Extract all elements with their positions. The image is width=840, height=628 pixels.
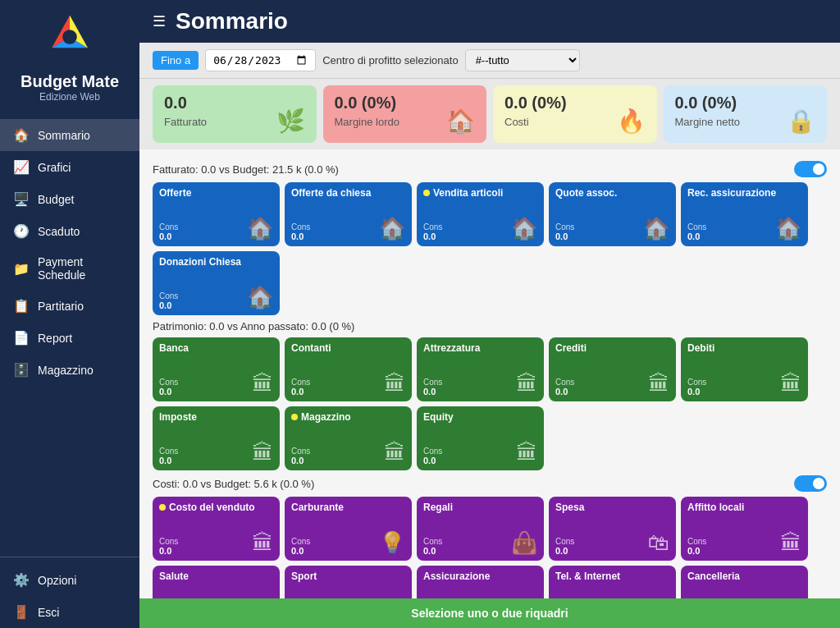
tile-banca[interactable]: Banca Cons 0.0 🏛 [153,337,280,401]
profit-center-select[interactable]: #--tutto [465,49,580,71]
tile-salute[interactable]: Salute Cons 0.0 🏛 [153,566,280,598]
bank-purple-2: 🏛 [780,530,801,556]
tile-debiti-bottom: Cons 0.0 🏛 [687,378,801,397]
sidebar-item-sommario[interactable]: 🏠 Sommario [0,119,139,151]
house-tile-icon-4: 🏠 [643,216,669,241]
tile-imposte[interactable]: Imposte Cons 0.0 🏛 [153,406,280,470]
costi-section-header: Costi: 0.0 vs Budget: 5.6 k (0.0 %) [153,475,827,492]
sidebar-item-opzioni[interactable]: ⚙️ Opzioni [0,564,139,596]
fatturato-toggle[interactable] [794,161,827,177]
bank-icon-4: 🏛 [648,371,669,397]
bag-icon-1: 👜 [511,530,537,556]
tile-regali[interactable]: Regali Cons 0.0 👜 [417,497,544,561]
tile-banca-title: Banca [159,342,273,354]
cons-label-6: Cons [159,291,178,300]
tile-magazzino[interactable]: Magazzino Cons 0.0 🏛 [285,406,412,470]
sidebar-label-sommario: Sommario [38,129,90,142]
tile-tel-internet[interactable]: Tel. & Internet Cons 0.0 📞 [549,566,676,598]
tile-offerte[interactable]: Offerte Cons 0.0 🏠 [153,182,280,246]
tile-cancelleria[interactable]: Cancelleria Cons 0.0 🏛 [681,566,808,598]
menu-icon[interactable]: ☰ [153,12,166,30]
page-title: Sommario [176,8,288,34]
summary-card-costi[interactable]: 0.0 (0%) Costi 🔥 [493,85,657,143]
tile-vendita-title: Vendita articoli [423,187,537,199]
tile-carburante-bottom: Cons 0.0 💡 [291,537,405,556]
sidebar-label-partitario: Partitario [38,300,84,313]
sidebar-item-grafici[interactable]: 📈 Grafici [0,151,139,183]
fatturato-tiles: Offerte Cons 0.0 🏠 Offerte da chiesa Con… [153,182,827,315]
sidebar-label-esci: Esci [38,606,59,619]
tile-equity[interactable]: Equity Cons 0.0 🏛 [417,406,544,470]
toolbar: Fino a Centro di profitto selezionato #-… [139,43,840,79]
yellow-dot-cv [159,504,166,511]
fatturato-section-header: Fatturato: 0.0 vs Budget: 21.5 k (0.0 %) [153,161,827,177]
folder-icon: 📁 [13,261,30,277]
tile-attrezzatura-bottom: Cons 0.0 🏛 [423,378,537,397]
tile-donazioni-title: Donazioni Chiesa [159,256,273,268]
tile-costo-venduto-bottom: Cons 0.0 🏛 [159,537,273,556]
tile-contanti-title: Contanti [291,342,405,354]
tile-offerte-chiesa[interactable]: Offerte da chiesa Cons 0.0 🏠 [285,182,412,246]
sidebar-item-report[interactable]: 📄 Report [0,322,139,354]
tile-offerte-chiesa-bottom: Cons 0.0 🏠 [291,222,405,241]
summary-card-fatturato[interactable]: 0.0 Fatturato 🌿 [153,85,317,143]
sidebar-bottom: ⚙️ Opzioni 🚪 Esci [0,557,139,628]
centro-label: Centro di profitto selezionato [322,54,458,66]
tile-contanti[interactable]: Contanti Cons 0.0 🏛 [285,337,412,401]
tile-spesa-title: Spesa [555,502,669,513]
costi-toggle[interactable] [794,475,827,492]
fino-a-label: Fino a [153,51,199,70]
bag-icon-2: 🛍 [648,530,669,556]
tile-assicurazione-title: Assicurazione [423,571,537,582]
bottom-bar-label: Selezione uno o due riquadri [411,607,568,620]
content-area: Fatturato: 0.0 vs Budget: 21.5 k (0.0 %)… [139,149,840,598]
summary-card-margine-netto[interactable]: 0.0 (0%) Margine netto 🔒 [664,85,828,143]
tile-rec-assicurazione-title: Rec. assicurazione [687,187,801,199]
tile-donazioni[interactable]: Donazioni Chiesa Cons 0.0 🏠 [153,251,280,315]
tile-costo-venduto[interactable]: Costo del venduto Cons 0.0 🏛 [153,497,280,561]
costi-tiles: Costo del venduto Cons 0.0 🏛 Carburante … [153,497,827,598]
bank-icon-3: 🏛 [516,371,537,397]
tile-spesa[interactable]: Spesa Cons 0.0 🛍 [549,497,676,561]
tile-vendita-value: 0.0 [423,231,442,241]
tile-spesa-bottom: Cons 0.0 🛍 [555,537,669,556]
tile-carburante[interactable]: Carburante Cons 0.0 💡 [285,497,412,561]
tile-vendita-bottom: Cons 0.0 🏠 [423,222,537,241]
tile-rec-assicurazione[interactable]: Rec. assicurazione Cons 0.0 🏠 [681,182,808,246]
sidebar-label-budget: Budget [38,193,74,206]
date-input[interactable] [205,49,316,71]
bank-icon-5: 🏛 [780,371,801,397]
chart-icon: 📈 [13,159,30,175]
tile-attrezzatura[interactable]: Attrezzatura Cons 0.0 🏛 [417,337,544,401]
sidebar-item-scaduto[interactable]: 🕐 Scaduto [0,215,139,247]
bank-icon-8: 🏛 [516,440,537,465]
tile-cancelleria-title: Cancelleria [687,571,801,582]
svg-point-1 [62,30,77,44]
tile-offerte-chiesa-title: Offerte da chiesa [291,187,405,199]
storage-icon: 🗄️ [13,362,30,378]
tile-quote-value: 0.0 [555,231,574,241]
sidebar-label-scaduto: Scaduto [38,225,80,238]
sidebar-item-partitario[interactable]: 📋 Partitario [0,290,139,322]
clock-icon: 🕐 [13,223,30,239]
summary-card-margine-lordo[interactable]: 0.0 (0%) Margine lordo 🏠 [323,85,487,143]
tile-sport[interactable]: Sport Cons 0.0 🏛 [285,566,412,598]
sidebar-item-budget[interactable]: 🖥️ Budget [0,183,139,215]
sidebar-item-payment[interactable]: 📁 Payment Schedule [0,247,139,290]
sidebar-item-magazzino[interactable]: 🗄️ Magazzino [0,354,139,386]
tile-debiti[interactable]: Debiti Cons 0.0 🏛 [681,337,808,401]
sidebar-label-report: Report [38,332,72,345]
yellow-dot-mag [291,414,298,420]
tile-costo-venduto-title: Costo del venduto [159,502,273,513]
tile-affitto[interactable]: Affitto locali Cons 0.0 🏛 [681,497,808,561]
sidebar-item-esci[interactable]: 🚪 Esci [0,596,139,628]
tile-crediti[interactable]: Crediti Cons 0.0 🏛 [549,337,676,401]
tile-assicurazione[interactable]: Assicurazione Cons 0.0 🏛 [417,566,544,598]
tile-affitto-bottom: Cons 0.0 🏛 [687,537,801,556]
tile-carburante-title: Carburante [291,502,405,513]
tile-quote[interactable]: Quote assoc. Cons 0.0 🏠 [549,182,676,246]
tile-vendita[interactable]: Vendita articoli Cons 0.0 🏠 [417,182,544,246]
tile-equity-title: Equity [423,411,537,423]
yellow-dot [423,190,430,196]
house-tile-icon-2: 🏠 [379,216,405,241]
